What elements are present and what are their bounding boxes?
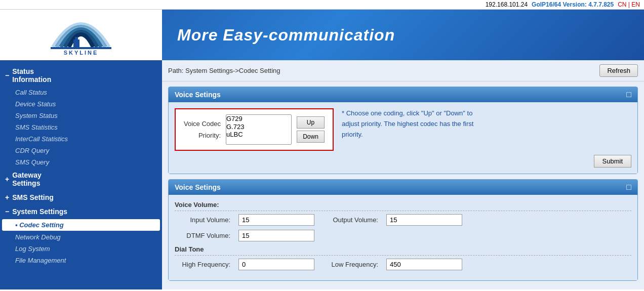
high-freq-field[interactable] [238, 259, 314, 270]
main-layout: − StatusInformation Call Status Device S… [0, 60, 644, 289]
voice-codec-panel-header: Voice Setings □ [169, 87, 637, 102]
submit-button[interactable]: Submit [594, 155, 631, 168]
codec-option-g729[interactable]: G729 [226, 115, 291, 123]
input-volume-label: Input Volume: [175, 216, 230, 224]
codec-up-button[interactable]: Up [297, 116, 325, 129]
output-volume-label: Output Volume: [323, 216, 378, 224]
sidebar-section-gateway[interactable]: + GatewaySettings [0, 168, 162, 190]
voice-codec-panel-title: Voice Setings [175, 91, 221, 99]
content-area: Path: System Settings->Codec Setting Ref… [162, 60, 644, 289]
sidebar-item-sms-statistics[interactable]: SMS Statistics [0, 121, 162, 133]
codec-option-g723[interactable]: G.723 [226, 123, 291, 131]
sidebar-section-sms[interactable]: + SMS Setting [0, 190, 162, 204]
collapse-icon[interactable]: □ [626, 90, 631, 99]
sidebar-item-codec-setting[interactable]: Codec Setting [2, 219, 160, 231]
svg-text:SKYLINE: SKYLINE [64, 50, 99, 56]
dtmf-volume-field[interactable] [238, 230, 314, 241]
voice-codec-panel-body: Voice Codec Priority: G729 G.723 uLBC Up [169, 102, 637, 174]
status-section-label: StatusInformation [12, 67, 51, 84]
volume-section-title: Voice Volume: [175, 201, 631, 211]
volume-row-1: Input Volume: Output Volume: [175, 214, 631, 226]
header: SKYLINE More Easy-communication [0, 10, 644, 60]
codec-buttons: Up Down [297, 116, 325, 143]
codec-labels: Voice Codec Priority: [184, 118, 221, 142]
codec-select-col: G729 G.723 uLBC [226, 114, 292, 145]
system-section-label: System Settings [12, 207, 67, 216]
output-volume-field[interactable] [386, 214, 462, 226]
codec-label-priority: Priority: [184, 130, 221, 141]
high-freq-label: High Frequency: [175, 261, 230, 268]
sms-section-label: SMS Setting [12, 193, 54, 201]
sms-toggle: + [5, 193, 9, 201]
ip-address: 192.168.101.24 [486, 1, 528, 8]
sidebar-item-intercall-statistics[interactable]: InterCall Statistics [0, 133, 162, 145]
codec-label-codec: Voice Codec [184, 118, 221, 130]
sidebar-section-status[interactable]: − StatusInformation [0, 64, 162, 87]
logo-svg: SKYLINE [46, 12, 116, 57]
sidebar-item-cdr-query[interactable]: CDR Query [0, 145, 162, 156]
dtmf-volume-label: DTMF Volume: [175, 232, 230, 239]
gateway-section-label: GatewaySettings [12, 171, 42, 187]
gateway-toggle: + [5, 175, 9, 183]
sidebar: − StatusInformation Call Status Device S… [0, 60, 162, 289]
sidebar-section-system[interactable]: − System Settings [0, 204, 162, 219]
sidebar-item-device-status[interactable]: Device Status [0, 98, 162, 110]
svg-rect-3 [75, 37, 78, 41]
collapse-icon-2[interactable]: □ [626, 183, 631, 192]
low-freq-label: Low Frequency: [323, 261, 378, 268]
codec-box: Voice Codec Priority: G729 G.723 uLBC Up [175, 108, 334, 151]
status-toggle: − [5, 71, 9, 79]
refresh-button[interactable]: Refresh [599, 64, 638, 77]
voice-codec-panel: Voice Setings □ Voice Codec Priority: G7… [168, 87, 638, 174]
sidebar-item-system-status[interactable]: System Status [0, 110, 162, 121]
logo-area: SKYLINE [0, 10, 162, 60]
volume-row-2: DTMF Volume: [175, 230, 631, 241]
sidebar-item-file-management[interactable]: File Management [0, 255, 162, 266]
codec-option-ulbc[interactable]: uLBC [226, 131, 291, 139]
codec-down-button[interactable]: Down [297, 131, 325, 143]
svg-rect-1 [51, 47, 111, 49]
voice-volume-panel-body: Voice Volume: Input Volume: Output Volum… [169, 195, 637, 280]
sidebar-item-call-status[interactable]: Call Status [0, 87, 162, 98]
header-title: More Easy-communication [162, 26, 395, 45]
dial-tone-section-title: Dial Tone [175, 245, 631, 256]
sidebar-item-log-system[interactable]: Log System [0, 243, 162, 255]
top-bar: 192.168.101.24 GoIP16/64 Version: 4.7.7.… [0, 0, 644, 10]
voice-volume-panel: Voice Setings □ Voice Volume: Input Volu… [168, 179, 638, 281]
voice-codec-area: Voice Codec Priority: G729 G.723 uLBC Up [175, 108, 631, 151]
version-info: GoIP16/64 Version: 4.7.7.825 [532, 1, 614, 8]
low-freq-field[interactable] [386, 259, 462, 270]
freq-row: High Frequency: Low Frequency: [175, 259, 631, 270]
path-bar: Path: System Settings->Codec Setting Ref… [162, 60, 644, 81]
breadcrumb: Path: System Settings->Codec Setting [168, 67, 280, 74]
voice-volume-panel-header: Voice Setings □ [169, 180, 637, 195]
sidebar-item-sms-query[interactable]: SMS Query [0, 156, 162, 168]
submit-row: Submit [175, 155, 631, 168]
logo: SKYLINE [46, 12, 116, 59]
codec-select[interactable]: G729 G.723 uLBC [226, 114, 292, 145]
input-volume-field[interactable] [238, 214, 314, 226]
language-switch[interactable]: CN | EN [618, 1, 640, 8]
sidebar-item-network-debug[interactable]: Network Debug [0, 231, 162, 243]
system-toggle: − [5, 207, 9, 216]
codec-hint: * Choose one coding, click "Up" or "Down… [342, 108, 484, 140]
voice-volume-panel-title: Voice Setings [175, 183, 221, 191]
